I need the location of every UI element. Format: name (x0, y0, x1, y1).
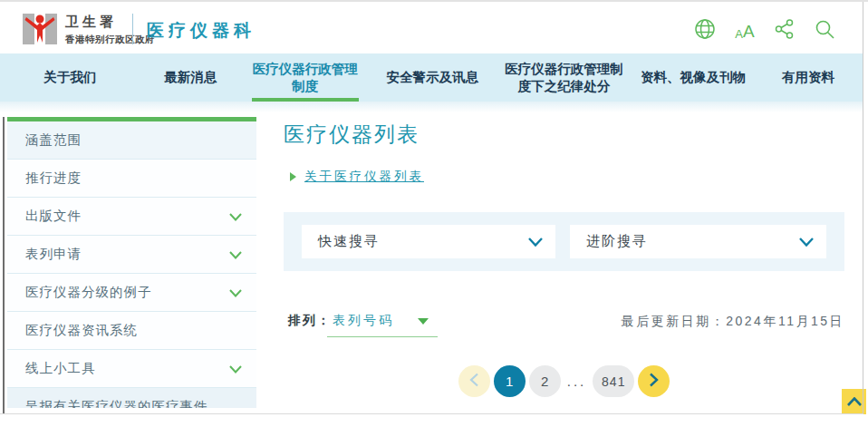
chevron-down-icon (799, 234, 814, 249)
pagination-ellipsis: ... (567, 374, 587, 389)
sidebar-item-label: 医疗仪器资讯系统 (25, 322, 138, 339)
globe-icon[interactable] (694, 18, 716, 40)
pagination-page-841[interactable]: 841 (593, 365, 634, 397)
sidebar-item-label: 线上小工具 (25, 360, 96, 377)
chevron-up-icon (847, 393, 862, 410)
header-divider (132, 14, 133, 44)
chevron-left-icon (469, 373, 479, 390)
department-of-health-logo[interactable] (23, 12, 57, 46)
logo-subtitle: 香港特别行政区政府 (65, 34, 155, 46)
sidebar-item-online-tools[interactable]: 线上小工具 (7, 350, 256, 388)
nav-tab-latest-news[interactable]: 最新消息 (140, 53, 241, 102)
chevron-down-icon (229, 209, 242, 224)
font-size-small-letter: A (735, 28, 743, 40)
site-title: 医疗仪器科 (147, 19, 256, 43)
triangle-down-icon (418, 318, 429, 325)
sidebar-menu: 涵盖范围 推行进度 出版文件 表列申请 医疗仪器分级的例子 医疗仪器资讯系统 线… (7, 117, 256, 408)
about-list-link-row[interactable]: 关于医疗仪器列表 (290, 169, 424, 185)
sidebar-item-classification-examples[interactable]: 医疗仪器分级的例子 (7, 274, 256, 312)
pagination: 1 2 ... 841 (284, 365, 844, 397)
site-header: 卫生署 香港特别行政区政府 医疗仪器科 AA (0, 4, 863, 53)
nav-tab-disciplinary-actions[interactable]: 医疗仪器行政管理制度下之纪律处分 (496, 53, 632, 102)
left-edge-line (3, 117, 5, 413)
sidebar-item-md-information-system[interactable]: 医疗仪器资讯系统 (7, 312, 256, 350)
nav-tab-about-us[interactable]: 关于我们 (0, 53, 140, 102)
pagination-page-1-current[interactable]: 1 (494, 365, 526, 397)
window-bottom-border (0, 413, 863, 414)
window-right-border (863, 2, 863, 414)
font-size-large-letter: A (743, 23, 755, 40)
header-utility-icons: AA (694, 18, 835, 40)
nav-tab-md-administrative-control-system[interactable]: 医疗仪器行政管理制度 (241, 53, 369, 102)
nav-tab-useful-resources[interactable]: 有用资料 (754, 53, 863, 102)
sidebar-item-label: 医疗仪器分级的例子 (25, 284, 152, 301)
sidebar-item-label: 出版文件 (25, 208, 82, 225)
pagination-page-2[interactable]: 2 (529, 365, 561, 397)
about-medical-device-list-link[interactable]: 关于医疗仪器列表 (304, 169, 424, 185)
quick-search-label: 快速搜寻 (318, 233, 380, 250)
sort-label: 排列： (288, 313, 332, 329)
sidebar-item-listing-application[interactable]: 表列申请 (7, 236, 256, 274)
nav-bottom-gradient (0, 102, 863, 112)
sidebar-item-label: 推行进度 (25, 170, 82, 187)
advanced-search-label: 进阶搜寻 (586, 233, 648, 250)
chevron-down-icon (229, 286, 242, 300)
chevron-right-icon (649, 373, 659, 390)
pagination-next-button[interactable] (638, 365, 670, 397)
doh-logo-icon (23, 12, 57, 46)
search-icon[interactable] (814, 18, 835, 40)
main-navigation: 关于我们 最新消息 医疗仪器行政管理制度 安全警示及讯息 医疗仪器行政管理制度下… (0, 53, 863, 102)
chevron-down-icon (229, 247, 242, 262)
sort-row: 排列： 表列号码 最后更新日期：2024年11月15日 (284, 309, 844, 336)
nav-tab-info-videos-publications[interactable]: 资料、视像及刊物 (632, 53, 754, 102)
pagination-prev-button[interactable] (458, 365, 490, 397)
advanced-search-dropdown[interactable]: 进阶搜寻 (570, 225, 826, 258)
nav-tab-safety-alerts[interactable]: 安全警示及讯息 (370, 53, 497, 102)
page-title: 医疗仪器列表 (284, 121, 420, 149)
chevron-down-icon (528, 234, 543, 249)
browser-viewport: 卫生署 香港特别行政区政府 医疗仪器科 AA (0, 0, 868, 427)
font-size-icon[interactable]: AA (734, 18, 756, 40)
sidebar-item-report-medical-incidents[interactable]: 呈报有关医疗仪器的医疗事件 (7, 388, 256, 408)
search-panel: 快速搜寻 进阶搜寻 (284, 212, 844, 271)
quick-search-dropdown[interactable]: 快速搜寻 (302, 225, 555, 258)
sort-select[interactable]: 表列号码 (327, 309, 438, 337)
sidebar-item-label: 涵盖范围 (25, 131, 82, 149)
sidebar-item-scope[interactable]: 涵盖范围 (7, 121, 256, 160)
logo-text: 卫生署 香港特别行政区政府 (65, 14, 155, 46)
share-icon[interactable] (774, 18, 796, 40)
sort-selected-value: 表列号码 (333, 313, 394, 329)
last-updated-date: 最后更新日期：2024年11月15日 (622, 314, 844, 330)
sidebar-item-label: 呈报有关医疗仪器的医疗事件 (25, 398, 208, 408)
logo-title: 卫生署 (65, 14, 155, 31)
sidebar-item-label: 表列申请 (25, 246, 82, 263)
sidebar-item-publications[interactable]: 出版文件 (7, 198, 256, 236)
sidebar-item-implementation-progress[interactable]: 推行进度 (7, 160, 256, 198)
chevron-down-icon (229, 362, 242, 376)
triangle-right-icon (290, 172, 296, 181)
